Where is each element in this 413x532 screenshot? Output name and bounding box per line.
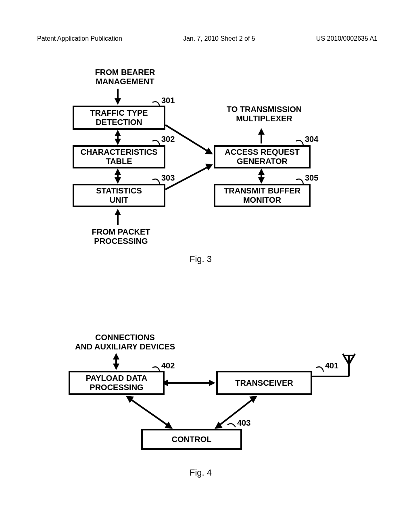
box-characteristics-table: CHARACTERISTICS TABLE bbox=[73, 145, 165, 168]
svg-marker-18 bbox=[258, 177, 265, 184]
header-center: Jan. 7, 2010 Sheet 2 of 5 bbox=[180, 35, 259, 42]
figure-3: FROM BEARER MANAGEMENT TRAFFIC TYPE DETE… bbox=[0, 64, 413, 266]
ref-301: 301 bbox=[161, 96, 175, 105]
svg-marker-1 bbox=[115, 98, 121, 105]
box-traffic-type-detection: TRAFFIC TYPE DETECTION bbox=[73, 106, 165, 130]
svg-marker-4 bbox=[115, 139, 121, 145]
figure-3-caption: Fig. 3 bbox=[190, 254, 212, 264]
page-header: Patent Application Publication Jan. 7, 2… bbox=[0, 34, 413, 42]
label-from-packet: FROM PACKET PROCESSING bbox=[81, 227, 161, 246]
label-to-transmission: TO TRANSMISSION MULTIPLEXER bbox=[218, 105, 311, 123]
svg-marker-15 bbox=[258, 128, 265, 135]
header-left: Patent Application Publication bbox=[34, 35, 125, 42]
box-access-request-generator: ACCESS REQUEST GENERATOR bbox=[214, 145, 311, 168]
label-from-bearer: FROM BEARER MANAGEMENT bbox=[85, 68, 165, 86]
svg-marker-7 bbox=[115, 177, 121, 184]
box-statistics-unit: STATISTICS UNIT bbox=[73, 184, 165, 207]
svg-marker-17 bbox=[258, 168, 265, 175]
header-right: US 2010/0002635 A1 bbox=[313, 35, 381, 42]
svg-marker-9 bbox=[115, 209, 121, 215]
ref-302: 302 bbox=[161, 135, 175, 144]
figure-4: CONNECTIONS AND AUXILIARY DEVICES PAYLOA… bbox=[0, 330, 413, 500]
box-transmit-buffer-monitor: TRANSMIT BUFFER MONITOR bbox=[214, 184, 311, 207]
ref-304: 304 bbox=[305, 135, 318, 144]
svg-marker-6 bbox=[115, 168, 121, 175]
ref-303: 303 bbox=[161, 173, 175, 183]
ref-305: 305 bbox=[305, 173, 318, 183]
svg-marker-3 bbox=[115, 130, 121, 136]
